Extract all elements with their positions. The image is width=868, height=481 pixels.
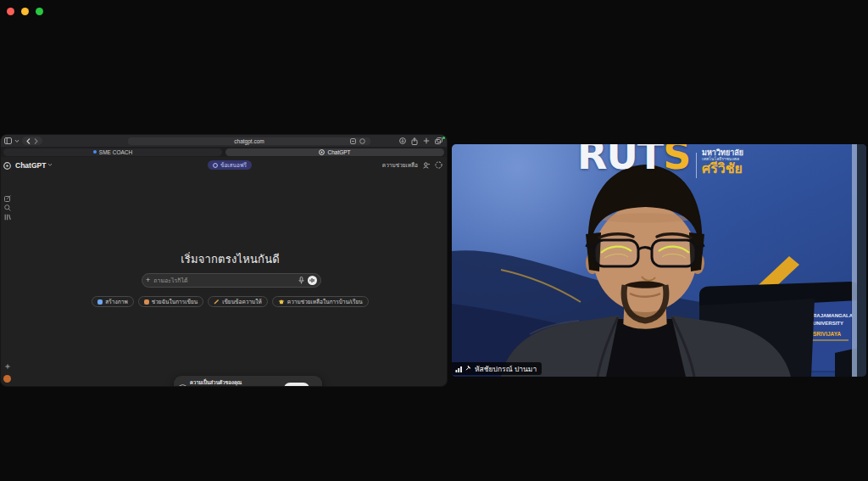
wall-edge (852, 144, 857, 377)
privacy-shield-icon (179, 384, 186, 387)
chip-write-text[interactable]: เขียนข้อความให้ (208, 296, 268, 307)
window-controls (7, 8, 43, 15)
accept-button[interactable]: ยอมรับ (284, 383, 309, 387)
pencil-icon (214, 299, 220, 305)
gift-icon (213, 163, 218, 168)
url-text: chatgpt.com (234, 138, 264, 144)
participant-nametag: หัสชัยปกรณ์ ปานมา (452, 362, 542, 375)
svg-text:RAJAMANGALA: RAJAMANGALA (813, 313, 854, 318)
translate-icon[interactable] (350, 138, 356, 144)
org-line-3: ศรีวิชัย (702, 162, 743, 176)
tab-label: SME COACH (99, 149, 132, 155)
signal-bars-icon (455, 366, 463, 372)
chevron-down-icon[interactable] (14, 139, 19, 143)
sparkle-icon[interactable] (4, 363, 11, 370)
chatgpt-app: ChatGPT ข้อเสนอฟรี ความช่วยเหลือ (1, 157, 447, 386)
recording-indicator (442, 137, 445, 139)
browser-window: chatgpt.com (1, 135, 447, 386)
sme-coach-favicon (93, 150, 97, 154)
logo-divider (696, 153, 697, 178)
chevron-down-icon (47, 163, 53, 167)
chip-label: ความช่วยเหลือในการบ้าน/เรียน (287, 298, 363, 306)
tab-strip: SME COACH ChatGPT (1, 147, 447, 157)
zoom-window-button[interactable] (36, 8, 43, 15)
invite-icon[interactable] (423, 162, 430, 169)
tab-label: ChatGPT (327, 149, 350, 155)
share-icon[interactable] (411, 137, 418, 145)
chip-create-image[interactable]: สร้างภาพ (92, 296, 134, 307)
help-link[interactable]: ความช่วยเหลือ (382, 161, 418, 170)
prompt-input[interactable] (153, 277, 295, 283)
mic-icon[interactable] (298, 277, 304, 284)
cookie-toast: ความเป็นส่วนตัวของคุณ เราอาจนำคุกกี้มาใช… (174, 376, 322, 386)
tab-sme-coach[interactable]: SME COACH (3, 148, 222, 156)
svg-text:UNIVERSITY: UNIVERSITY (813, 321, 843, 326)
close-icon[interactable]: × (314, 384, 317, 386)
ruts-logo: RUTS (577, 144, 690, 178)
video-scene: RAJAMANGALA UNIVERSITY SRIVIJAYA (452, 144, 866, 377)
tab-chatgpt[interactable]: ChatGPT (225, 148, 444, 156)
greeting-heading: เริ่มจากตรงไหนกันดี (14, 250, 447, 268)
waveform-icon (309, 277, 315, 283)
minimize-window-button[interactable] (21, 8, 29, 15)
graduation-cap-icon (278, 299, 285, 305)
toast-title: ความเป็นส่วนตัวของคุณ (190, 378, 261, 386)
reject-button[interactable]: ปฏิเสธ (264, 384, 279, 387)
offer-pill-label: ข้อเสนอฟรี (220, 161, 247, 170)
chatgpt-header: ChatGPT ข้อเสนอฟรี ความช่วยเหลือ (15, 159, 444, 171)
participant-name: หัสชัยปกรณ์ ปานมา (475, 363, 537, 375)
chip-label: สร้างภาพ (105, 298, 128, 306)
brand-label: ChatGPT (15, 161, 46, 170)
close-window-button[interactable] (7, 8, 14, 15)
browser-toolbar: chatgpt.com (1, 135, 447, 147)
svg-text:SRIVIJAYA: SRIVIJAYA (813, 331, 841, 337)
chatgpt-favicon (319, 149, 325, 155)
library-icon[interactable] (4, 214, 11, 221)
attach-plus-icon[interactable]: + (146, 277, 150, 284)
chip-label: ช่วยฉันในการเขียน (152, 298, 198, 306)
new-tab-icon[interactable] (423, 137, 430, 144)
participant-video-tile[interactable]: RAJAMANGALA UNIVERSITY SRIVIJAYA (452, 144, 866, 377)
model-selector[interactable]: ChatGPT (15, 161, 53, 170)
sidebar-toggle-icon[interactable] (4, 137, 12, 144)
pin-icon (465, 365, 472, 372)
temporary-chat-icon[interactable] (435, 161, 442, 169)
address-bar[interactable]: chatgpt.com (128, 137, 370, 145)
new-chat-icon[interactable] (4, 195, 11, 202)
image-icon (97, 299, 103, 305)
reader-icon[interactable] (359, 138, 365, 144)
box-icon (144, 299, 149, 305)
university-name: มหาวิทยาลัย เทคโนโลยีราชมงคล ศรีวิชัย (702, 148, 743, 176)
voice-mode-button[interactable] (308, 276, 317, 285)
suggestion-chips: สร้างภาพ ช่วยฉันในการเขียน เขียนข้อความใ… (14, 296, 447, 307)
search-icon[interactable] (4, 204, 11, 211)
chip-homework-help[interactable]: ความช่วยเหลือในการบ้าน/เรียน (272, 296, 369, 307)
tab-overview-icon[interactable] (435, 137, 442, 144)
offer-pill-button[interactable]: ข้อเสนอฟรี (208, 160, 252, 170)
downloads-icon[interactable] (399, 137, 406, 144)
forward-icon[interactable] (34, 138, 38, 144)
wall-right (857, 144, 866, 377)
chatgpt-logo-icon[interactable] (3, 162, 11, 170)
back-icon[interactable] (26, 138, 31, 144)
user-avatar[interactable] (3, 375, 11, 383)
chatgpt-sidebar (1, 157, 14, 386)
chip-label: เขียนข้อความให้ (222, 298, 262, 306)
chip-help-write[interactable]: ช่วยฉันในการเขียน (138, 296, 203, 307)
composer[interactable]: + (142, 273, 321, 288)
